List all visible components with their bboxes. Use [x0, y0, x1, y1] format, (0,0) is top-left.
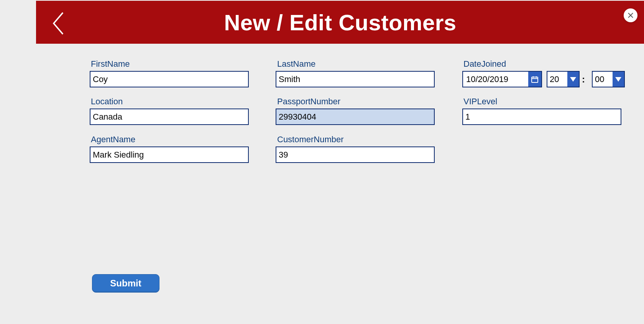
- close-icon: [628, 12, 634, 18]
- lastname-label: LastName: [277, 59, 315, 69]
- location-input[interactable]: [90, 109, 249, 125]
- customernumber-input[interactable]: [276, 146, 435, 163]
- passportnumber-label: PassportNumber: [277, 97, 340, 107]
- customernumber-label: CustomerNumber: [277, 135, 344, 145]
- chevron-down-icon: [615, 77, 621, 82]
- calendar-icon: [531, 76, 539, 83]
- date-box[interactable]: 10/20/2019: [462, 71, 542, 87]
- datejoined-label: DateJoined: [463, 59, 506, 69]
- time-separator: :: [582, 74, 585, 85]
- svg-rect-2: [532, 77, 538, 82]
- submit-button[interactable]: Submit: [92, 274, 159, 293]
- firstname-input[interactable]: [90, 71, 249, 87]
- location-label: Location: [91, 97, 123, 107]
- hour-select[interactable]: 20: [547, 71, 580, 87]
- date-picker-button[interactable]: [528, 72, 541, 87]
- app-window: New / Edit Customers FirstName LastName …: [36, 1, 644, 324]
- firstname-label: FirstName: [91, 59, 130, 69]
- minute-dropdown-button[interactable]: [613, 72, 624, 87]
- minute-select[interactable]: 00: [592, 71, 625, 87]
- chevron-left-icon: [51, 11, 65, 36]
- agentname-label: AgentName: [91, 135, 135, 145]
- agentname-input[interactable]: [90, 146, 249, 163]
- page-header: New / Edit Customers: [36, 1, 644, 44]
- page-title: New / Edit Customers: [224, 10, 456, 35]
- passportnumber-input[interactable]: [276, 109, 435, 125]
- date-value: 10/20/2019: [463, 74, 528, 84]
- chevron-down-icon: [570, 77, 576, 82]
- svg-marker-7: [615, 77, 621, 82]
- close-button[interactable]: [624, 8, 637, 22]
- svg-marker-6: [570, 77, 576, 82]
- hour-dropdown-button[interactable]: [567, 72, 579, 87]
- back-button[interactable]: [47, 10, 70, 37]
- datejoined-widget: 10/20/2019 20 : 00: [462, 71, 625, 87]
- minute-value: 00: [593, 74, 613, 84]
- viplevel-label: VIPLevel: [463, 97, 497, 107]
- viplevel-input[interactable]: [462, 109, 621, 125]
- lastname-input[interactable]: [276, 71, 435, 87]
- hour-value: 20: [547, 74, 567, 84]
